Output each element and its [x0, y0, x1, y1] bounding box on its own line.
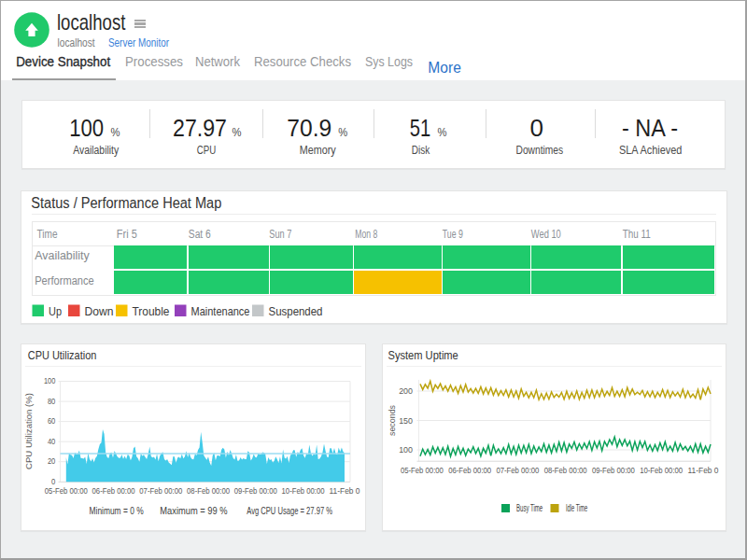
svg-text:Network: Network [195, 54, 241, 69]
svg-text:Processes: Processes [125, 54, 183, 69]
svg-text:08-Feb 00:00: 08-Feb 00:00 [187, 485, 230, 496]
svg-text:Wed 10: Wed 10 [531, 228, 561, 241]
svg-text:CPU Utilization: CPU Utilization [28, 348, 97, 362]
svg-text:60: 60 [48, 416, 55, 426]
svg-text:11-Feb 0: 11-Feb 0 [330, 485, 360, 496]
svg-text:Tue 9: Tue 9 [443, 228, 463, 241]
svg-text:%: % [111, 126, 120, 139]
svg-text:05-Feb 00:00: 05-Feb 00:00 [45, 485, 88, 496]
svg-text:51: 51 [410, 115, 431, 141]
svg-text:Memory: Memory [300, 144, 336, 157]
svg-text:40: 40 [48, 437, 55, 446]
svg-text:seconds: seconds [388, 405, 397, 436]
svg-text:07-Feb 00:00: 07-Feb 00:00 [139, 485, 182, 496]
svg-text:SLA Achieved: SLA Achieved [619, 144, 682, 157]
svg-text:Suspended: Suspended [269, 305, 323, 318]
svg-text:Server Monitor: Server Monitor [108, 36, 169, 49]
svg-text:08-Feb 00:00: 08-Feb 00:00 [544, 465, 587, 475]
svg-text:05-Feb 00:00: 05-Feb 00:00 [401, 465, 444, 475]
svg-text:Mon 8: Mon 8 [355, 228, 377, 241]
svg-text:localhost: localhost [57, 9, 126, 35]
svg-text:Up: Up [49, 305, 62, 318]
svg-text:Time: Time [37, 228, 58, 241]
svg-text:Availability: Availability [73, 144, 119, 157]
svg-text:localhost: localhost [58, 36, 96, 49]
svg-text:System Uptime: System Uptime [388, 348, 458, 362]
svg-text:80: 80 [48, 397, 55, 406]
svg-text:Avg CPU Usage = 27.97 %: Avg CPU Usage = 27.97 % [247, 505, 332, 516]
svg-text:CPU: CPU [197, 144, 217, 157]
svg-text:Thu 11: Thu 11 [623, 228, 651, 241]
svg-text:%: % [338, 126, 347, 139]
svg-text:100: 100 [399, 445, 413, 455]
svg-text:09-Feb 00:00: 09-Feb 00:00 [234, 485, 277, 496]
svg-text:Status / Performance Heat Map: Status / Performance Heat Map [31, 195, 221, 211]
svg-text:200: 200 [399, 386, 413, 396]
svg-text:10-Feb 00:00: 10-Feb 00:00 [640, 465, 683, 475]
svg-text:10-Feb 00:00: 10-Feb 00:00 [282, 485, 325, 496]
svg-text:Minimum = 0 %: Minimum = 0 % [90, 505, 144, 516]
svg-text:Sys Logs: Sys Logs [365, 54, 413, 69]
svg-text:100: 100 [44, 376, 55, 385]
svg-text:Availability: Availability [35, 249, 90, 262]
svg-text:06-Feb 00:00: 06-Feb 00:00 [92, 485, 135, 496]
svg-text:09-Feb 00:00: 09-Feb 00:00 [592, 465, 635, 475]
svg-text:Busy Time: Busy Time [516, 503, 543, 513]
svg-text:Disk: Disk [412, 144, 430, 157]
svg-text:Maximum = 99 %: Maximum = 99 % [160, 505, 227, 516]
svg-text:0: 0 [530, 115, 544, 141]
svg-text:%: % [438, 126, 447, 139]
svg-text:%: % [233, 126, 242, 139]
svg-text:100: 100 [69, 115, 104, 141]
svg-text:27.97: 27.97 [173, 115, 227, 141]
svg-text:Device Snapshot: Device Snapshot [16, 54, 110, 69]
svg-text:CPU Utilization (%): CPU Utilization (%) [24, 393, 34, 469]
svg-text:11-Feb 0: 11-Feb 0 [688, 465, 719, 475]
svg-text:Maintenance: Maintenance [191, 305, 250, 318]
svg-text:07-Feb 00:00: 07-Feb 00:00 [496, 465, 539, 475]
svg-text:Performance: Performance [35, 274, 94, 287]
svg-text:- NA -: - NA - [622, 115, 678, 141]
svg-text:20: 20 [48, 456, 55, 466]
svg-text:Down: Down [85, 305, 114, 318]
svg-text:150: 150 [399, 416, 413, 426]
svg-text:70.9: 70.9 [287, 115, 331, 141]
svg-text:More: More [428, 60, 461, 76]
svg-text:Sat 6: Sat 6 [189, 228, 211, 241]
svg-text:Resource Checks: Resource Checks [254, 54, 351, 69]
svg-text:Sun 7: Sun 7 [269, 228, 291, 241]
svg-text:06-Feb 00:00: 06-Feb 00:00 [448, 465, 491, 475]
svg-text:Downtimes: Downtimes [516, 144, 564, 157]
svg-text:Idle Time: Idle Time [566, 503, 588, 513]
svg-text:Fri 5: Fri 5 [117, 228, 137, 241]
svg-text:Trouble: Trouble [133, 305, 170, 318]
